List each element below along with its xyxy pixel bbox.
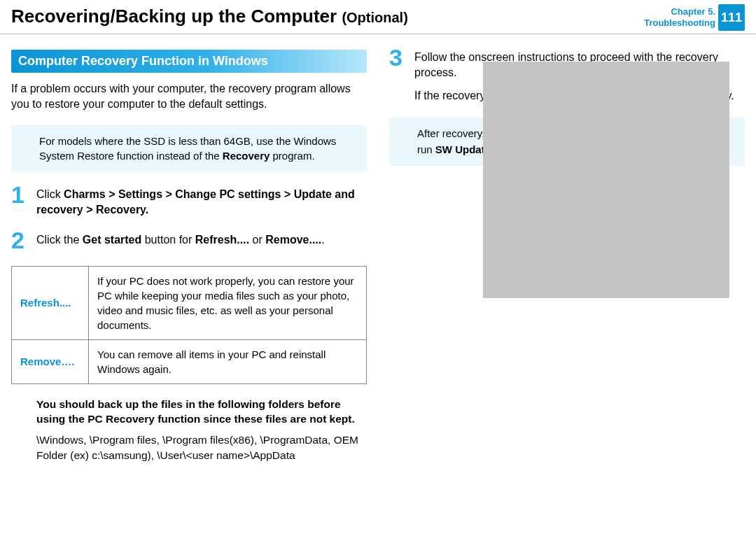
step-number: 1 [11,183,28,206]
section-heading: Computer Recovery Function in Windows [11,50,367,73]
table-row: Refresh.... If your PC does not work pro… [12,266,367,339]
backup-warning: You should back up the files in the foll… [36,397,367,463]
chapter-line2: Troubleshooting [644,17,715,29]
left-column: Computer Recovery Function in Windows If… [11,50,367,463]
chapter-text: Chapter 5. Troubleshooting [644,6,715,29]
intro-paragraph: If a problem occurs with your computer, … [11,81,367,113]
chapter-block: Chapter 5. Troubleshooting 111 [644,4,745,31]
page-title: Recovering/Backing up the Computer (Opti… [11,6,408,27]
step1-prefix: Click [36,188,64,200]
s2-prefix: Click the [36,234,83,246]
options-table: Refresh.... If your PC does not work pro… [11,266,367,384]
note-suffix: program. [270,150,314,162]
remove-desc: You can remove all items in your PC and … [89,339,367,383]
s2-b2: Refresh.... [195,234,249,246]
warn-paths: \Windows, \Program files, \Program files… [36,432,367,463]
page-header: Recovering/Backing up the Computer (Opti… [0,0,756,34]
step1-bold: Charms > Settings > Change PC settings >… [36,188,355,216]
s2-b1: Get started [83,234,141,246]
s2-mid2: or [249,234,265,246]
title-main: Recovering/Backing up the Computer [11,6,342,27]
remove-label: Remove…. [12,339,89,383]
step-2-body: Click the Get started button for Refresh… [36,232,367,248]
note-bold: Recovery [223,150,270,162]
refresh-label: Refresh.... [12,266,89,339]
step-2: 2 Click the Get started button for Refre… [11,232,367,252]
s2-mid1: button for [141,234,195,246]
s2-suffix: . [321,234,324,246]
warn-bold: You should back up the files in the foll… [36,397,367,427]
table-row: Remove…. You can remove all items in you… [12,339,367,383]
step-1-body: Click Charms > Settings > Change PC sett… [36,187,367,218]
step-number: 3 [389,45,406,69]
s2-b3: Remove.... [265,234,321,246]
step-1: 1 Click Charms > Settings > Change PC se… [11,187,367,218]
title-suffix: (Optional) [342,10,407,25]
chapter-line1: Chapter 5. [644,6,715,17]
refresh-desc: If your PC does not work properly, you c… [89,266,367,339]
page-number-badge: 111 [718,4,745,31]
step-number: 2 [11,228,28,252]
screenshot-placeholder [483,62,729,298]
ssd-note-box: For models where the SSD is less than 64… [11,125,367,171]
